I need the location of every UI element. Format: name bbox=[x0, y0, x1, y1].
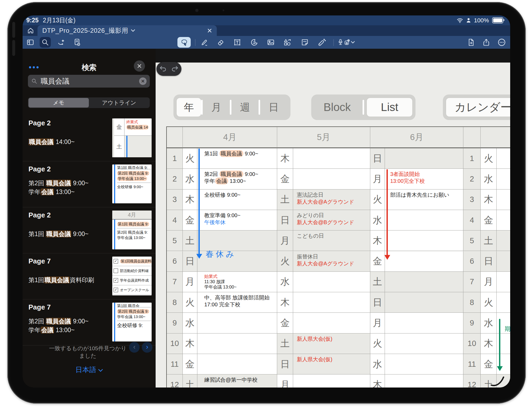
reading-mode-button[interactable] bbox=[72, 37, 83, 48]
calendar-month-header bbox=[481, 127, 510, 148]
chevron-down-icon bbox=[98, 369, 103, 372]
day-content-cell bbox=[197, 313, 277, 333]
audio-record-button[interactable] bbox=[336, 37, 356, 48]
focus-person-icon bbox=[466, 18, 471, 23]
weekday-cell: 日 bbox=[481, 251, 497, 272]
thumb-month-header: 4月 bbox=[112, 211, 152, 220]
sidebar-icon bbox=[26, 38, 34, 46]
day-content-cell bbox=[385, 313, 463, 333]
view-option-day[interactable]: 日 bbox=[260, 98, 287, 117]
language-selector[interactable]: 日本語 bbox=[23, 365, 156, 375]
weekday-cell: 木 bbox=[277, 292, 293, 313]
term-arrow-head bbox=[497, 366, 503, 371]
add-page-icon bbox=[467, 38, 475, 46]
more-button[interactable] bbox=[496, 37, 507, 48]
undo-button[interactable] bbox=[159, 65, 167, 72]
weekday-cell: 月 bbox=[183, 272, 197, 292]
day-content-cell bbox=[293, 374, 370, 388]
ink-entry: 教室準備 9:00~ bbox=[204, 212, 275, 219]
pages-sidebar-button[interactable] bbox=[25, 37, 36, 48]
day-content-cell: 新人県大会(仮) bbox=[293, 354, 370, 374]
shapes-tool-button[interactable] bbox=[282, 37, 293, 48]
clear-search-button[interactable]: ✕ bbox=[139, 77, 147, 85]
thumb-checklist-item: ✓学年会議資料作成 bbox=[112, 276, 152, 285]
search-result-item[interactable]: Page 2第2回 職員会議 9:00~学年会議 13:00~第1回 職員会議 … bbox=[23, 161, 156, 207]
ink-entry: 新人大会@Bグラウンド bbox=[297, 219, 368, 226]
previous-result-button[interactable]: ‹ bbox=[129, 342, 140, 353]
tab-outline[interactable]: アウトライン bbox=[89, 98, 149, 108]
weekday-cell: 土 bbox=[183, 374, 197, 388]
thumb-cell-block: 第2回 職員会議 9:学年会議 13:00~ bbox=[117, 228, 151, 242]
lasso-tool-button[interactable] bbox=[177, 37, 191, 48]
result-page-label: Page 7 bbox=[28, 303, 51, 311]
day-number-cell: 12 bbox=[463, 374, 481, 388]
weekday-cell: 金 bbox=[183, 354, 197, 374]
view-option-year[interactable]: 年 bbox=[177, 98, 201, 117]
day-content-cell bbox=[293, 292, 370, 313]
ink-entry: 新人大会@Aグラウンド bbox=[297, 198, 368, 205]
document-tab[interactable]: DTP_Pro_2025-2026_撮影用 bbox=[38, 25, 217, 36]
result-type-tabs: メモ アウトライン bbox=[28, 97, 150, 108]
month-name: 6月 bbox=[410, 131, 423, 143]
weekday-cell: 火 bbox=[277, 251, 293, 272]
pen-tool-button[interactable] bbox=[199, 37, 210, 48]
image-icon bbox=[267, 38, 275, 46]
sticker-tool-button[interactable] bbox=[249, 37, 260, 48]
undo-icon bbox=[159, 65, 167, 72]
search-panel: 検索 職員会議 ✕ メモ アウトライン Page 2職員会議 14:00~金終業… bbox=[23, 49, 156, 388]
template-option-calendar[interactable]: カレンダー bbox=[446, 98, 510, 117]
search-result-item[interactable]: Page 2第1回 職員会議 9:00~4月第1回 職員会議 9:第2回 職員会… bbox=[23, 207, 156, 253]
tab-memo[interactable]: メモ bbox=[28, 98, 89, 108]
layout-option-list[interactable]: List bbox=[367, 98, 412, 117]
layout-option-block[interactable]: Block bbox=[314, 98, 360, 117]
thumb-ink-line: 第2回 職員会議 9: bbox=[117, 309, 151, 314]
result-thumbnail: 4月第1回 職員会議 9:第2回 職員会議 9:学年会議 13:00~ bbox=[112, 211, 152, 249]
result-snippet: 第2回 職員会議 9:00~学年会議 13:00~ bbox=[28, 179, 89, 196]
day-content-cell bbox=[385, 251, 463, 272]
view-option-week[interactable]: 週 bbox=[231, 98, 259, 117]
results-count: 一致するものが105件見つかりました bbox=[48, 345, 128, 360]
search-input[interactable]: 職員会議 ✕ bbox=[28, 75, 150, 88]
weekday-cell: 金 bbox=[370, 251, 385, 272]
next-result-button[interactable]: › bbox=[142, 342, 152, 353]
laser-pointer-button[interactable] bbox=[316, 37, 327, 48]
checkbox-icon: ✓ bbox=[114, 288, 118, 292]
thumb-ink-line: 終業式 bbox=[126, 119, 151, 125]
day-content-cell: 第2回 職員会議 9:00~学年会議 13:00~ bbox=[197, 169, 277, 189]
thumb-ink-line: 全校研修 9:00~ bbox=[117, 184, 151, 189]
ink-entry: 3者面談開始 bbox=[390, 171, 462, 178]
weekday-cell: 金 bbox=[481, 354, 497, 374]
ai-assist-button[interactable] bbox=[56, 37, 67, 48]
note-tool-button[interactable] bbox=[299, 37, 310, 48]
home-button[interactable] bbox=[25, 26, 36, 35]
canvas-area[interactable]: 年 月 週 日 Block List カレンダー 4月5月6月1火第1回 職員会… bbox=[156, 49, 510, 388]
ink-entry: 部活は青木先生にお願い bbox=[390, 191, 462, 198]
search-result-item[interactable]: Page 7第2回 職員会議 9:00~学年会議 13:00~第1回 職員会第2… bbox=[23, 299, 156, 345]
tab-close-button[interactable] bbox=[207, 28, 212, 33]
calendar-header-cell bbox=[463, 127, 481, 148]
thumb-ink-line: 第1回 職員会議 9: bbox=[117, 165, 151, 169]
image-tool-button[interactable] bbox=[265, 37, 276, 48]
search-button[interactable] bbox=[40, 37, 51, 48]
add-page-button[interactable] bbox=[465, 37, 476, 48]
search-result-item[interactable]: Page 2職員会議 14:00~金終業式職員会議 14土 bbox=[23, 115, 156, 161]
text-tool-button[interactable] bbox=[232, 37, 243, 48]
eraser-tool-button[interactable] bbox=[215, 37, 226, 48]
day-number-cell: 4 bbox=[167, 210, 183, 230]
weekday-cell: 水 bbox=[481, 169, 497, 189]
close-icon bbox=[207, 28, 212, 33]
volume-button-down bbox=[12, 40, 15, 56]
day-number-cell: 12 bbox=[167, 374, 183, 388]
day-content-cell: 中、高等部 放課後部活開始17:00 完全下校 bbox=[197, 292, 277, 313]
search-result-item[interactable]: Page 7第1回職員会議資料印刷✓第1回職員会議資料部活動紹介資料確✓学年会議… bbox=[23, 253, 156, 299]
sticky-note-icon bbox=[301, 38, 309, 46]
panel-close-button[interactable] bbox=[134, 60, 145, 72]
share-icon bbox=[482, 38, 490, 46]
share-button[interactable] bbox=[481, 37, 492, 48]
redo-button[interactable] bbox=[171, 65, 179, 72]
canvas-top-gutter bbox=[156, 49, 510, 63]
thumb-cell-row: 土 bbox=[114, 136, 152, 157]
view-option-label: 日 bbox=[269, 101, 279, 114]
result-thumbnail: 金終業式職員会議 14土 bbox=[112, 118, 152, 157]
view-option-month[interactable]: 月 bbox=[203, 98, 230, 117]
